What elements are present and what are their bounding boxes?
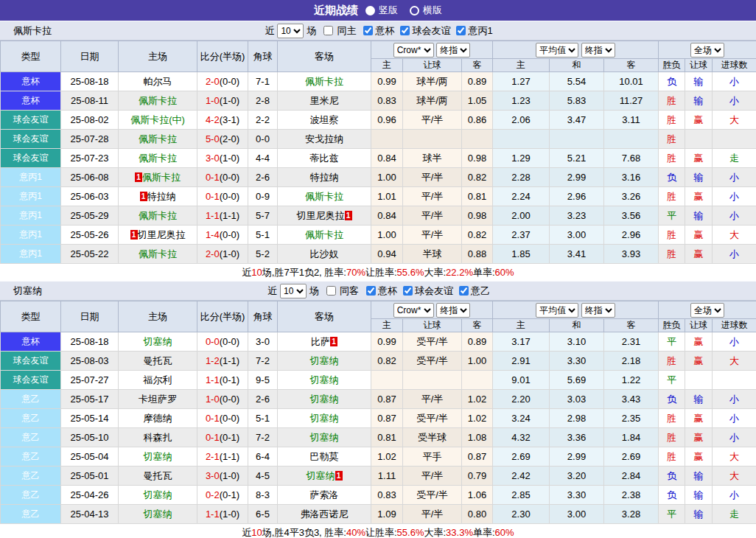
score-cell: 2-0(1-0) — [197, 245, 248, 264]
handicap-result-cell: 输 — [685, 72, 713, 91]
league-filter-checkbox[interactable] — [366, 286, 376, 296]
odds-final-select[interactable]: 终指 — [436, 43, 470, 57]
recent-count-select[interactable]: 10 — [280, 284, 307, 298]
avg-select-group: 平均值 终指 — [493, 301, 659, 319]
date-cell: 25-06-03 — [61, 187, 119, 206]
avg-away-cell: 3.93 — [604, 245, 659, 264]
summary-text: 让胜率: — [365, 526, 397, 538]
col-header-goals: 进球数 — [713, 319, 756, 332]
home-team-cell: 福尔利 — [119, 371, 197, 390]
match-row: 意杯25-08-18帕尔马2-0(0-0)7-1佩斯卡拉0.99球半/两0.89… — [1, 72, 756, 91]
period-select[interactable]: 全场 — [690, 43, 724, 57]
result-cell: 负 — [659, 168, 685, 187]
league-filter-checkbox[interactable] — [400, 26, 410, 35]
match-row: 意杯25-08-18切塞纳0-0(0-0)3-0比萨10.99受平/半0.893… — [1, 332, 756, 352]
radio-horizontal-icon[interactable] — [410, 6, 419, 15]
radio-vertical-icon[interactable] — [365, 6, 375, 15]
handicap-result-cell: 输 — [685, 486, 713, 505]
radio-vertical[interactable]: 竖版 — [365, 4, 398, 17]
corner-cell: 2-6 — [248, 390, 278, 409]
team-label: 弗洛西诺尼 — [301, 509, 349, 520]
corner-cell: 5-1 — [248, 409, 278, 428]
avg-home-cell: 2.37 — [493, 226, 550, 245]
result-cell: 胜 — [659, 149, 685, 168]
col-header-score: 比分(半场) — [197, 41, 248, 72]
league-filter-checkbox[interactable] — [459, 286, 469, 296]
col-header-home: 主场 — [119, 301, 197, 332]
team-label: 特拉纳 — [310, 172, 339, 183]
match-row: 意丙125-05-261切里尼奥拉1-4(0-0)5-1佩斯卡拉1.00平/半0… — [1, 226, 756, 245]
avg-final-select[interactable]: 终指 — [581, 303, 615, 318]
avg-draw-cell: 3.03 — [550, 390, 604, 409]
period-select[interactable]: 全场 — [690, 303, 724, 318]
avg-away-cell: 3.26 — [604, 187, 659, 206]
summary-text: 场,胜7平1负2, 胜率: — [262, 266, 346, 279]
odds-away-cell — [462, 371, 493, 390]
league-filter-label: 意杯 — [378, 284, 397, 298]
summary-text: 近 — [242, 266, 251, 279]
odds-home-cell: 0.84 — [371, 206, 403, 226]
away-team-cell: 切塞纳 — [278, 371, 371, 390]
home-team-cell: 佩斯卡拉 — [119, 245, 197, 264]
odds-home-cell: 0.83 — [371, 91, 403, 111]
handicap-result-cell: 赢 — [685, 245, 713, 264]
team-label: 切塞纳 — [307, 470, 335, 481]
match-row: 意杯25-08-11佩斯卡拉1-0(1-0)2-8里米尼0.83球半/两1.05… — [1, 91, 756, 111]
avg-away-cell: 2.38 — [604, 486, 659, 505]
away-team-cell: 佩斯卡拉 — [278, 187, 371, 206]
corner-cell: 6-5 — [248, 505, 278, 524]
team-label: 曼托瓦 — [144, 470, 172, 481]
corner-cell: 0-0 — [248, 130, 278, 149]
home-team-cell: 帕尔马 — [119, 72, 197, 91]
avg-final-select[interactable]: 终指 — [581, 43, 615, 57]
home-team-cell: 1佩斯卡拉 — [119, 168, 197, 187]
same-venue-checkbox[interactable] — [326, 286, 336, 296]
summary-text: 10 — [251, 267, 262, 278]
col-header-odds-away: 客 — [462, 319, 493, 332]
avg-draw-cell: 3.00 — [550, 505, 604, 524]
odds-source-select[interactable]: Crow* — [393, 303, 434, 318]
recent-count-select[interactable]: 10 — [277, 24, 304, 38]
handicap-result-cell: 输 — [685, 206, 713, 226]
date-cell: 25-05-17 — [61, 390, 119, 409]
odds-source-select[interactable]: Crow* — [393, 43, 434, 57]
avg-home-cell: 2.20 — [493, 390, 550, 409]
league-filter-checkbox[interactable] — [403, 286, 413, 296]
handicap-result-cell: 输 — [685, 505, 713, 524]
handicap-cell: 受平/半 — [403, 486, 462, 505]
away-team-cell: 切塞纳 — [278, 428, 371, 447]
avg-draw-cell: 3.10 — [550, 332, 604, 352]
league-filter-checkbox[interactable] — [363, 26, 373, 35]
summary-text: 55.6% — [397, 267, 424, 278]
result-cell: 胜 — [659, 226, 685, 245]
same-venue-checkbox[interactable] — [323, 26, 333, 35]
corner-cell: 6-4 — [248, 447, 278, 467]
league-filter-checkbox[interactable] — [456, 26, 466, 35]
odds-final-select[interactable]: 终指 — [436, 303, 470, 318]
scope-select-group: 全场 — [659, 301, 756, 319]
odds-away-cell: 0.98 — [462, 149, 493, 168]
score-cell: 0-1(0-1) — [197, 428, 248, 447]
match-type-cell: 意乙 — [1, 428, 61, 447]
avg-source-select[interactable]: 平均值 — [536, 303, 578, 318]
near-label: 近 — [265, 24, 274, 38]
score-cell: 1-2(1-1) — [197, 352, 248, 371]
match-type-cell: 意乙 — [1, 467, 61, 486]
team-strip: 切塞纳 近 10 场 同客 意杯 球会友谊 意乙 — [0, 281, 756, 301]
handicap-cell: 平/半 — [403, 390, 462, 409]
avg-home-cell: 2.91 — [493, 352, 550, 371]
team-label: 佩斯卡拉 — [139, 210, 177, 221]
summary-text: 大率: — [424, 266, 446, 279]
goals-result-cell: 小 — [713, 390, 756, 409]
col-header-avg-draw: 和 — [550, 59, 604, 72]
goals-result-cell: 小 — [713, 486, 756, 505]
avg-away-cell: 3.56 — [604, 206, 659, 226]
handicap-cell — [403, 371, 462, 390]
handicap-cell: 平/半 — [403, 111, 462, 130]
result-cell: 负 — [659, 72, 685, 91]
radio-horizontal[interactable]: 横版 — [410, 4, 442, 17]
avg-source-select[interactable]: 平均值 — [536, 43, 578, 57]
col-header-avg-away: 客 — [604, 59, 659, 72]
team-label: 切里尼奥拉 — [297, 210, 345, 221]
team-name: 切塞纳 — [13, 284, 42, 298]
